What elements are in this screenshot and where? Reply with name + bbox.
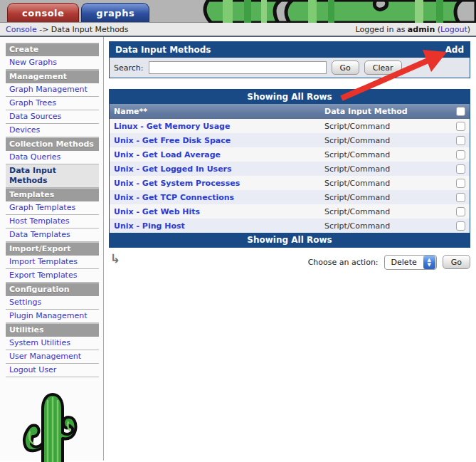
- table-row: Unix - Get Web HitsScript/Command: [110, 204, 470, 219]
- table-caption-bottom: Showing All Rows: [110, 233, 470, 247]
- sidebar-item-graph-trees[interactable]: Graph Trees: [6, 97, 99, 110]
- row-name-link[interactable]: Unix - Get System Processes: [114, 179, 324, 188]
- row-checkbox[interactable]: [456, 164, 465, 174]
- table-row: Unix - Get System ProcessesScript/Comman…: [110, 176, 470, 190]
- sidebar-item-data-templates[interactable]: Data Templates: [6, 229, 99, 242]
- column-name[interactable]: Name**: [114, 107, 324, 116]
- sidebar-item-plugin-management[interactable]: Plugin Management: [6, 310, 99, 323]
- sidebar-item-system-utilities[interactable]: System Utilities: [6, 337, 99, 350]
- row-method: Script/Command: [324, 179, 451, 188]
- sidebar-item-data-queries[interactable]: Data Queries: [6, 151, 99, 164]
- cactus-logo: [13, 387, 99, 462]
- login-prefix: Logged in as: [355, 25, 405, 34]
- cacti-banner-art: [201, 0, 476, 23]
- page-title: Data Input Methods: [115, 45, 211, 55]
- table-row: Unix - Get Free Disk SpaceScript/Command: [110, 133, 470, 147]
- row-name-link[interactable]: Linux - Get Memory Usage: [114, 122, 324, 131]
- row-name-link[interactable]: Unix - Ping Host: [114, 221, 324, 231]
- choose-action-label: Choose an action:: [308, 258, 379, 267]
- table-caption-top: Showing All Rows: [110, 90, 470, 104]
- row-method: Script/Command: [324, 164, 451, 174]
- add-link[interactable]: Add: [445, 45, 464, 55]
- table-row: Linux - Get Memory UsageScript/Command: [110, 119, 470, 133]
- sidebar-item-user-management[interactable]: User Management: [6, 350, 99, 364]
- sidebar-section-create: Create: [6, 43, 99, 56]
- paren-close: ): [467, 25, 470, 34]
- row-name-link[interactable]: Unix - Get Web Hits: [114, 207, 324, 216]
- action-go-button[interactable]: Go: [443, 255, 470, 269]
- breadcrumb-current: Data Input Methods: [51, 25, 129, 34]
- row-checkbox[interactable]: [456, 150, 465, 159]
- row-checkbox[interactable]: [456, 136, 465, 145]
- search-go-button[interactable]: Go: [332, 61, 359, 75]
- top-banner: console graphs: [0, 0, 476, 23]
- row-checkbox[interactable]: [456, 207, 465, 216]
- action-select[interactable]: Delete ▲▼: [384, 255, 437, 270]
- breadcrumb-separator: ->: [39, 25, 48, 34]
- sidebar-item-import-templates[interactable]: Import Templates: [6, 256, 99, 269]
- login-status: Logged in as admin (Logout): [355, 25, 470, 34]
- row-method: Script/Command: [324, 136, 451, 145]
- sidebar-section-utilities: Utilities: [6, 323, 99, 337]
- row-checkbox[interactable]: [456, 221, 465, 231]
- sidebar-section-collection-methods: Collection Methods: [6, 137, 99, 151]
- search-label: Search:: [114, 63, 144, 73]
- tab-graphs[interactable]: graphs: [81, 3, 149, 22]
- row-checkbox[interactable]: [456, 122, 465, 131]
- action-row: ↳ Choose an action: Delete ▲▼ Go: [109, 253, 470, 271]
- table-row: Unix - Get Logged In UsersScript/Command: [110, 162, 470, 176]
- row-checkbox[interactable]: [456, 193, 465, 202]
- row-name-link[interactable]: Unix - Get Load Average: [114, 150, 324, 159]
- row-method: Script/Command: [324, 193, 451, 202]
- sidebar-item-host-templates[interactable]: Host Templates: [6, 215, 99, 229]
- search-input[interactable]: [149, 61, 327, 74]
- column-data-input-method[interactable]: Data Input Method: [324, 107, 451, 116]
- sidebar-section-configuration: Configuration: [6, 283, 99, 296]
- panel-header: Data Input Methods Add: [110, 42, 470, 58]
- row-method: Script/Command: [324, 221, 451, 231]
- tab-console[interactable]: console: [7, 3, 79, 22]
- table-row: Unix - Get TCP ConnectionsScript/Command: [110, 190, 470, 204]
- row-name-link[interactable]: Unix - Get Logged In Users: [114, 164, 324, 174]
- logout-link[interactable]: Logout: [440, 25, 467, 34]
- data-input-methods-table: Showing All Rows Name** Data Input Metho…: [109, 89, 470, 248]
- table-body: Linux - Get Memory UsageScript/CommandUn…: [110, 119, 470, 233]
- sidebar-item-data-input-methods[interactable]: Data Input Methods: [6, 164, 99, 188]
- row-method: Script/Command: [324, 150, 451, 159]
- sidebar-item-logout-user[interactable]: Logout User: [6, 364, 99, 377]
- sidebar-menu: CreateNew GraphsManagementGraph Manageme…: [6, 43, 99, 377]
- row-method: Script/Command: [324, 122, 451, 131]
- breadcrumb: Console -> Data Input Methods: [6, 25, 129, 34]
- sidebar-item-new-graphs[interactable]: New Graphs: [6, 56, 99, 70]
- login-username: admin: [408, 25, 435, 34]
- table-column-header: Name** Data Input Method: [110, 104, 470, 119]
- row-method: Script/Command: [324, 207, 451, 216]
- select-all-checkbox[interactable]: [456, 107, 465, 116]
- row-name-link[interactable]: Unix - Get TCP Connections: [114, 193, 324, 202]
- row-name-link[interactable]: Unix - Get Free Disk Space: [114, 136, 324, 145]
- sidebar-item-export-templates[interactable]: Export Templates: [6, 269, 99, 283]
- sidebar-item-settings[interactable]: Settings: [6, 296, 99, 310]
- search-clear-button[interactable]: Clear: [364, 61, 402, 75]
- sidebar: CreateNew GraphsManagementGraph Manageme…: [0, 37, 104, 461]
- breadcrumb-bar: Console -> Data Input Methods Logged in …: [0, 23, 476, 37]
- action-select-value: Delete: [391, 258, 417, 267]
- nav-tabs: console graphs: [7, 3, 149, 22]
- table-row: Unix - Get Load AverageScript/Command: [110, 147, 470, 162]
- return-arrow-icon: ↳: [110, 251, 120, 266]
- sidebar-item-graph-management[interactable]: Graph Management: [6, 83, 99, 97]
- data-input-methods-panel: Data Input Methods Add Search: Go Clear: [109, 41, 470, 78]
- sidebar-section-management: Management: [6, 70, 99, 83]
- sidebar-item-graph-templates[interactable]: Graph Templates: [6, 201, 99, 215]
- sidebar-section-templates: Templates: [6, 188, 99, 201]
- sidebar-item-data-sources[interactable]: Data Sources: [6, 110, 99, 124]
- row-checkbox[interactable]: [456, 179, 465, 188]
- main-content: Data Input Methods Add Search: Go Clear …: [104, 37, 476, 461]
- breadcrumb-console-link[interactable]: Console: [6, 25, 37, 34]
- sidebar-section-import-export: Import/Export: [6, 242, 99, 256]
- sidebar-item-devices[interactable]: Devices: [6, 124, 99, 137]
- search-row: Search: Go Clear: [110, 58, 470, 78]
- table-row: Unix - Ping HostScript/Command: [110, 219, 470, 233]
- select-stepper-icon: ▲▼: [423, 256, 435, 269]
